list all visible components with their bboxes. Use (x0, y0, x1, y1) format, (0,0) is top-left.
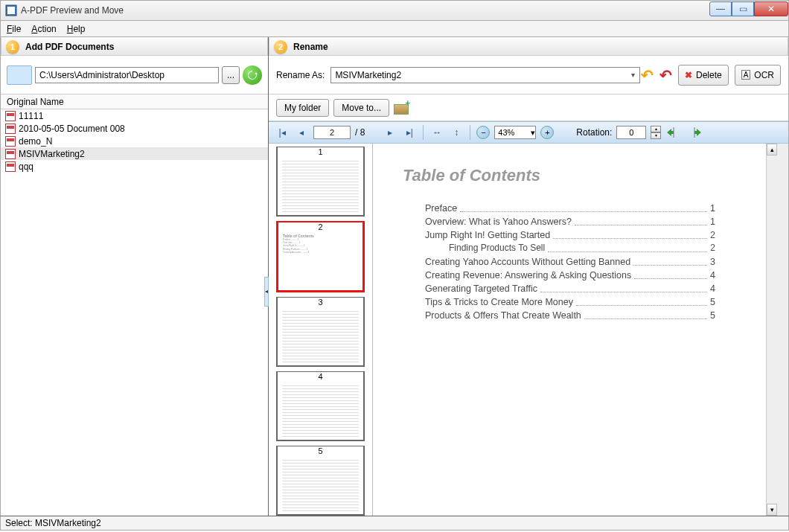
browse-button[interactable]: ... (222, 66, 240, 84)
fit-width-button[interactable]: ↔ (429, 125, 444, 140)
toc-entry-name: Preface (425, 202, 457, 215)
toc-entry: Creating Yahoo Accounts Without Getting … (425, 255, 715, 269)
my-folder-button[interactable]: My folder (276, 99, 329, 117)
file-item[interactable]: qqq (1, 160, 268, 173)
scroll-up[interactable]: ▴ (767, 144, 777, 156)
page-pane[interactable]: Table of Contents Preface1Overview: What… (373, 144, 777, 516)
toc-entry: Tips & Tricks to Create More Money5 (425, 295, 715, 309)
fit-height-button[interactable]: ↕ (449, 125, 464, 140)
left-header-label: Add PDF Documents (25, 42, 114, 52)
toc-entry: Generating Targeted Traffic4 (425, 282, 715, 295)
toc-entry-name: Tips & Tricks to Create More Money (425, 295, 573, 309)
delete-icon: ✖ (685, 70, 692, 80)
file-item[interactable]: MSIVMarketing2 (1, 147, 268, 160)
refresh-button[interactable] (243, 65, 262, 85)
last-page-button[interactable]: ▸| (402, 125, 417, 140)
menu-action[interactable]: Action (31, 24, 56, 34)
maximize-button[interactable]: ▭ (732, 1, 754, 16)
viewer-toolbar: |◂ ◂ / 8 ▸ ▸| ↔ ↕ − 43%▾ + Rotation: ▴ ▾ (269, 121, 788, 144)
toc-entry-name: Generating Targeted Traffic (425, 282, 537, 295)
toc-entry-name: Creating Yahoo Accounts Without Getting … (425, 255, 630, 269)
zoom-select[interactable]: 43%▾ (494, 126, 536, 139)
prev-page-button[interactable]: ◂ (294, 125, 309, 140)
thumbnail-page-3[interactable]: 3 (276, 297, 365, 367)
file-item[interactable]: demo_N (1, 135, 268, 147)
viewer-body: 12Table of ContentsPreface ......... 1Ov… (269, 144, 788, 516)
ocr-button[interactable]: A OCR (735, 65, 781, 86)
zoom-value: 43% (498, 128, 514, 137)
file-name: demo_N (19, 136, 52, 147)
file-item[interactable]: 11111 (1, 109, 268, 122)
toc-entry-page: 4 (710, 269, 715, 282)
zoom-in-button[interactable]: + (540, 126, 554, 139)
thumb-label: 5 (278, 446, 363, 455)
undo-button[interactable]: ↶ (641, 66, 654, 84)
rotation-input[interactable] (616, 126, 646, 139)
page-title: Table of Contents (403, 166, 747, 185)
svg-rect-1 (7, 7, 15, 14)
menu-file[interactable]: File (7, 24, 21, 34)
close-button[interactable]: ✕ (754, 1, 788, 16)
add-folder-icon[interactable] (394, 101, 409, 115)
rename-input[interactable] (330, 67, 640, 83)
toc-entry-page: 4 (710, 282, 715, 295)
list-header[interactable]: Original Name (1, 94, 268, 109)
scroll-down[interactable]: ▾ (767, 504, 777, 516)
thumbnail-page-2[interactable]: 2Table of ContentsPreface ......... 1Ove… (276, 221, 365, 292)
menu-help[interactable]: Help (67, 24, 86, 34)
toc-entry: Overview: What is Yahoo Answers?1 (425, 215, 715, 228)
file-list: 111112010-05-05 Document 008demo_NMSIVMa… (1, 109, 268, 516)
thumb-preview (278, 373, 363, 440)
next-page-button[interactable]: ▸ (383, 125, 397, 140)
move-to-button[interactable]: Move to... (333, 99, 389, 117)
first-page-button[interactable]: |◂ (275, 125, 290, 140)
thumbnail-page-5[interactable]: 5 (276, 446, 365, 516)
right-header-label: Rename (293, 42, 328, 52)
flip-vertical-button[interactable] (686, 126, 703, 139)
toc-dots (540, 282, 707, 292)
menu-bar: File Action Help (0, 21, 789, 37)
toc-entry-page: 2 (710, 242, 715, 254)
delete-button[interactable]: ✖ Delete (678, 65, 729, 86)
toc-entry-name: Creating Revenue: Answering & Asking Que… (425, 269, 631, 282)
rename-row: Rename As: ▾ ↶ ↶ ✖ Delete A OCR (269, 56, 788, 94)
svg-rect-2 (674, 127, 674, 138)
pdf-icon (5, 136, 16, 147)
step-2-badge: 2 (274, 40, 287, 54)
right-panel: ◂ 2 Rename Rename As: ▾ ↶ ↶ ✖ Delete A O… (269, 37, 788, 516)
folder-icon[interactable] (7, 65, 32, 85)
toc-dots (548, 242, 707, 251)
rename-dropdown-icon[interactable]: ▾ (631, 71, 635, 79)
flip-horizontal-button[interactable] (665, 126, 682, 139)
rotation-down[interactable]: ▾ (651, 132, 661, 139)
page-scrollbar[interactable]: ▴ ▾ (766, 144, 777, 516)
file-name: 2010-05-05 Document 008 (19, 124, 125, 134)
thumb-preview: Table of ContentsPreface ......... 1Over… (278, 223, 362, 290)
thumbnail-strip[interactable]: 12Table of ContentsPreface ......... 1Ov… (269, 144, 373, 516)
ocr-label: OCR (754, 70, 774, 80)
status-bar: Select: MSIVMarketing2 (0, 516, 789, 531)
toc-entry-page: 5 (710, 309, 715, 322)
window-title: A-PDF Preview and Move (21, 5, 709, 16)
toc-entry-page: 3 (710, 255, 715, 269)
rotation-up[interactable]: ▴ (651, 126, 661, 132)
rotation-spinner: ▴ ▾ (651, 126, 661, 139)
toc-dots (553, 228, 707, 239)
toc-dots (575, 215, 707, 225)
minimize-button[interactable]: — (709, 1, 732, 16)
pdf-icon (5, 124, 16, 134)
thumb-label: 4 (278, 372, 363, 381)
toc-entry-name: Finding Products To Sell (449, 242, 545, 254)
path-input[interactable] (35, 67, 219, 83)
file-item[interactable]: 2010-05-05 Document 008 (1, 122, 268, 135)
rotation-label: Rotation: (576, 127, 612, 138)
thumb-label: 1 (278, 147, 363, 156)
total-pages-label: / 8 (355, 127, 365, 138)
zoom-out-button[interactable]: − (476, 126, 490, 139)
thumbnail-page-1[interactable]: 1 (276, 147, 365, 217)
redo-button[interactable]: ↶ (659, 66, 672, 84)
toc-entry: Finding Products To Sell2 (425, 242, 715, 254)
toc-entry: Creating Revenue: Answering & Asking Que… (425, 269, 715, 282)
current-page-input[interactable] (313, 126, 351, 139)
thumbnail-page-4[interactable]: 4 (276, 371, 365, 441)
